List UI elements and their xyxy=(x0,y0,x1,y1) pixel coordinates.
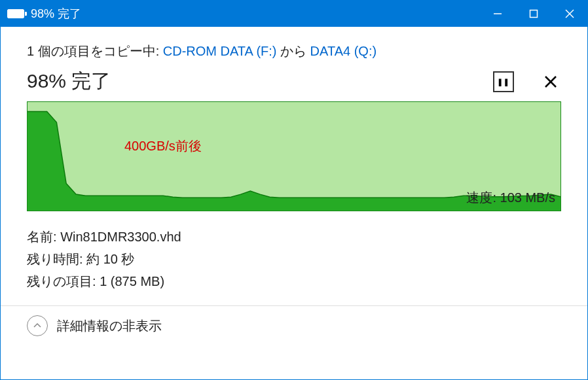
window-title: 98% 完了 xyxy=(31,6,81,22)
speed-chart: 400GB/s前後 速度: 103 MB/s xyxy=(27,101,561,211)
divider xyxy=(1,305,587,306)
details-block: 名前: Win81DMR3300.vhd 残り時間: 約 10 秒 残りの項目:… xyxy=(27,226,561,292)
battery-icon xyxy=(7,9,24,18)
details-toggle-label: 詳細情報の非表示 xyxy=(57,317,162,335)
time-value: 約 10 秒 xyxy=(86,252,134,266)
copy-mid: から xyxy=(276,44,310,58)
speed-label: 速度: 103 MB/s xyxy=(466,189,555,207)
items-value: 1 (875 MB) xyxy=(100,274,164,288)
copy-dest-link[interactable]: DATA4 (Q:) xyxy=(310,44,377,58)
dialog-content: 1 個の項目をコピー中: CD-ROM DATA (F:) から DATA4 (… xyxy=(1,27,587,379)
detail-time: 残り時間: 約 10 秒 xyxy=(27,248,561,270)
copy-prefix: 1 個の項目をコピー中: xyxy=(27,44,163,58)
detail-name: 名前: Win81DMR3300.vhd xyxy=(27,226,561,248)
cancel-button[interactable] xyxy=(540,71,561,92)
chevron-up-icon[interactable] xyxy=(27,315,48,336)
copy-summary: 1 個の項目をコピー中: CD-ROM DATA (F:) から DATA4 (… xyxy=(27,43,561,60)
svg-rect-1 xyxy=(530,10,537,18)
copy-dialog-window: 98% 完了 1 個の項目をコピー中: CD-ROM DATA (F:) から … xyxy=(0,0,588,380)
copy-source-link[interactable]: CD-ROM DATA (F:) xyxy=(163,44,277,58)
detail-items: 残りの項目: 1 (875 MB) xyxy=(27,270,561,292)
battery-fill xyxy=(8,10,24,18)
annotation-label: 400GB/s前後 xyxy=(124,137,202,155)
name-label: 名前: xyxy=(27,230,60,244)
close-button[interactable] xyxy=(551,1,587,27)
titlebar: 98% 完了 xyxy=(1,1,587,27)
details-toggle-row[interactable]: 詳細情報の非表示 xyxy=(27,315,561,344)
items-label: 残りの項目: xyxy=(27,274,100,288)
progress-row: 98% 完了 ❚❚ xyxy=(27,68,561,95)
maximize-button[interactable] xyxy=(515,1,551,27)
progress-text: 98% 完了 xyxy=(27,68,467,95)
pause-button[interactable]: ❚❚ xyxy=(493,71,514,92)
time-label: 残り時間: xyxy=(27,252,86,266)
name-value: Win81DMR3300.vhd xyxy=(60,230,181,244)
minimize-button[interactable] xyxy=(479,1,515,27)
